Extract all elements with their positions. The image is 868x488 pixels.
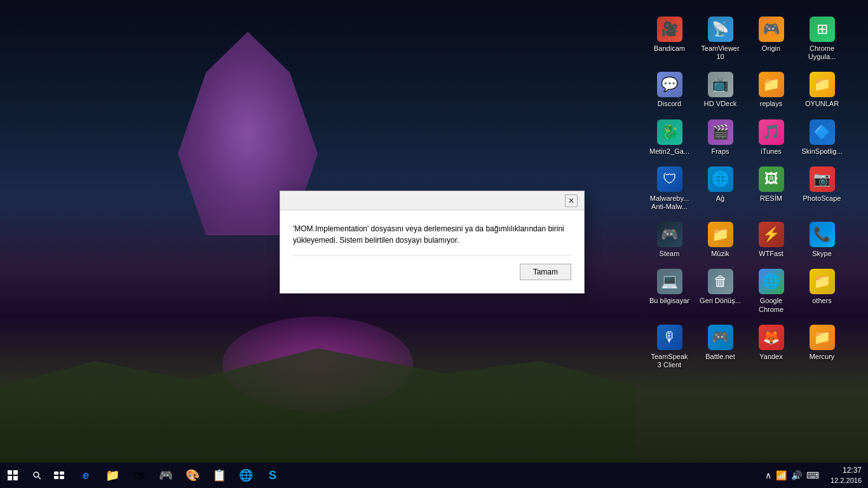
- tray-network[interactable]: 📶: [775, 470, 788, 480]
- desktop-icon-metin2[interactable]: 🐉Metin2_Ga...: [646, 116, 693, 159]
- icon-label-fraps: Fraps: [711, 147, 729, 156]
- svg-rect-6: [54, 471, 58, 475]
- icon-label-muzik: Müzik: [711, 250, 729, 258]
- desktop-icon-google-chrome[interactable]: 🌐Google Chrome: [747, 265, 795, 317]
- icon-label-yandex: Yandex: [759, 353, 783, 361]
- icon-image-discord: 💬: [657, 72, 682, 97]
- dialog-buttons: Tamam: [293, 264, 571, 283]
- svg-rect-8: [54, 476, 58, 479]
- desktop-icon-skype[interactable]: 📞Skype: [798, 218, 846, 262]
- start-button[interactable]: [0, 463, 25, 488]
- icon-image-skinspotlight: 🔷: [810, 119, 835, 145]
- taskbar-file-explorer[interactable]: 📁: [100, 463, 125, 488]
- desktop-icon-bilgisayar[interactable]: 💻Bu bilgisayar: [646, 265, 693, 317]
- icon-image-battlenet: 🎮: [708, 325, 733, 350]
- clock-time: 12:37: [824, 465, 862, 476]
- desktop-icon-origin[interactable]: 🎮Origin: [747, 13, 795, 65]
- taskbar-skype[interactable]: S: [260, 463, 285, 488]
- tray-volume[interactable]: 🔊: [790, 470, 803, 480]
- icon-image-chrome-app: ⊞: [810, 17, 835, 42]
- icon-image-malwarebytes: 🛡: [657, 166, 682, 192]
- desktop-icon-geri[interactable]: 🗑Geri Dönüş...: [696, 265, 744, 317]
- icon-label-others: others: [812, 297, 832, 305]
- taskbar-games[interactable]: 🎮: [153, 463, 179, 488]
- task-view-button[interactable]: [48, 463, 70, 488]
- icon-image-fraps: 🎬: [708, 119, 733, 145]
- dialog-separator: [293, 255, 571, 256]
- clock-date: 12.2.2016: [824, 476, 862, 485]
- taskbar-edge[interactable]: e: [73, 463, 98, 488]
- desktop-icon-resim[interactable]: 🖼RESİM: [747, 163, 795, 215]
- desktop-icon-mercury[interactable]: 📁Mercury: [798, 321, 846, 373]
- svg-rect-0: [8, 470, 12, 475]
- desktop-icon-teamviewer[interactable]: 📡TeamViewer 10: [696, 13, 744, 65]
- desktop-icon-yandex[interactable]: 🦊Yandex: [747, 321, 795, 373]
- desktop-icon-wtfast[interactable]: ⚡WTFast: [747, 218, 795, 262]
- taskbar-chrome[interactable]: 🌐: [233, 463, 259, 488]
- icon-label-skype: Skype: [812, 250, 832, 258]
- icon-label-itunes: iTunes: [761, 147, 782, 156]
- taskbar-right: ∧ 📶 🔊 ⌨ 12:37 12.2.2016: [764, 465, 868, 485]
- taskbar-store[interactable]: 🛍: [126, 463, 152, 488]
- svg-rect-9: [60, 476, 64, 479]
- svg-rect-2: [8, 476, 12, 480]
- icon-label-bandicam: Bandicam: [654, 44, 685, 53]
- svg-point-4: [34, 472, 39, 477]
- icon-image-photoscape: 📷: [810, 166, 835, 192]
- icon-label-malwarebytes: Malwareby... Anti-Malw...: [648, 194, 691, 211]
- desktop-icon-steam[interactable]: 🎮Steam: [646, 218, 693, 262]
- icon-image-bandicam: 🎥: [657, 17, 682, 42]
- dialog-close-button[interactable]: ✕: [565, 194, 578, 207]
- desktop-icon-bandicam[interactable]: 🎥Bandicam: [646, 13, 693, 65]
- desktop-icon-teamspeak[interactable]: 🎙TeamSpeak 3 Client: [646, 321, 693, 373]
- search-button[interactable]: [25, 463, 48, 488]
- svg-rect-7: [60, 471, 64, 475]
- taskbar-clock[interactable]: 12:37 12.2.2016: [824, 465, 862, 485]
- desktop-icon-ag[interactable]: 🌐Ağ: [696, 163, 744, 215]
- tray-chevron[interactable]: ∧: [764, 470, 773, 480]
- desktop-icon-chrome-app[interactable]: ⊞Chrome Uygula...: [798, 13, 846, 65]
- dialog-ok-button[interactable]: Tamam: [520, 264, 571, 280]
- desktop-icons-grid: 🎥Bandicam📡TeamViewer 10🎮Origin⊞Chrome Uy…: [639, 6, 868, 379]
- dialog-message: 'MOM.Implementation' dosyasını veya derl…: [293, 223, 571, 246]
- icon-label-mercury: Mercury: [810, 353, 835, 361]
- icon-image-metin2: 🐉: [657, 119, 682, 145]
- desktop-icon-itunes[interactable]: 🎵iTunes: [747, 116, 795, 159]
- icon-image-wtfast: ⚡: [759, 222, 784, 247]
- desktop-icon-muzik[interactable]: 📁Müzik: [696, 218, 744, 262]
- desktop-icon-hdvdeck[interactable]: 📺HD VDeck: [696, 68, 744, 112]
- desktop-icon-photoscape[interactable]: 📷PhotoScape: [798, 163, 846, 215]
- icon-image-oyunlar: 📁: [810, 72, 835, 97]
- desktop-icon-discord[interactable]: 💬Discord: [646, 68, 693, 112]
- error-dialog: ✕ 'MOM.Implementation' dosyasını veya de…: [280, 191, 585, 294]
- desktop-icon-battlenet[interactable]: 🎮Battle.net: [696, 321, 744, 373]
- taskbar-app5[interactable]: 🎨: [180, 463, 205, 488]
- icon-label-hdvdeck: HD VDeck: [704, 100, 736, 108]
- icon-image-resim: 🖼: [759, 166, 784, 192]
- icon-image-replays: 📁: [759, 72, 784, 97]
- taskbar-app6[interactable]: 📋: [207, 463, 232, 488]
- icon-image-teamviewer: 📡: [708, 17, 733, 42]
- icon-label-metin2: Metin2_Ga...: [649, 147, 689, 156]
- desktop-icon-others[interactable]: 📁others: [798, 265, 846, 317]
- svg-rect-3: [13, 476, 18, 480]
- icon-label-bilgisayar: Bu bilgisayar: [649, 297, 689, 305]
- desktop-icon-oyunlar[interactable]: 📁OYUNLAR: [798, 68, 846, 112]
- icon-label-wtfast: WTFast: [759, 250, 783, 258]
- tray-keyboard[interactable]: ⌨: [805, 470, 820, 480]
- icon-label-oyunlar: OYUNLAR: [805, 100, 839, 108]
- svg-line-5: [38, 477, 41, 480]
- icon-image-skype: 📞: [810, 222, 835, 247]
- desktop-icon-malwarebytes[interactable]: 🛡Malwareby... Anti-Malw...: [646, 163, 693, 215]
- desktop-icon-skinspotlight[interactable]: 🔷SkinSpotlig...: [798, 116, 846, 159]
- desktop-icon-fraps[interactable]: 🎬Fraps: [696, 116, 744, 159]
- icon-label-google-chrome: Google Chrome: [750, 297, 792, 313]
- icon-image-others: 📁: [810, 269, 835, 294]
- icon-label-chrome-app: Chrome Uygula...: [801, 44, 843, 61]
- desktop-icon-replays[interactable]: 📁replays: [747, 68, 795, 112]
- icon-image-muzik: 📁: [708, 222, 733, 247]
- icon-image-steam: 🎮: [657, 222, 682, 247]
- icon-image-itunes: 🎵: [759, 119, 784, 145]
- icon-label-resim: RESİM: [760, 194, 782, 203]
- taskbar: e 📁 🛍 🎮 🎨 📋 🌐 S ∧ 📶 🔊 ⌨ 12:37 12.2.2016: [0, 463, 868, 488]
